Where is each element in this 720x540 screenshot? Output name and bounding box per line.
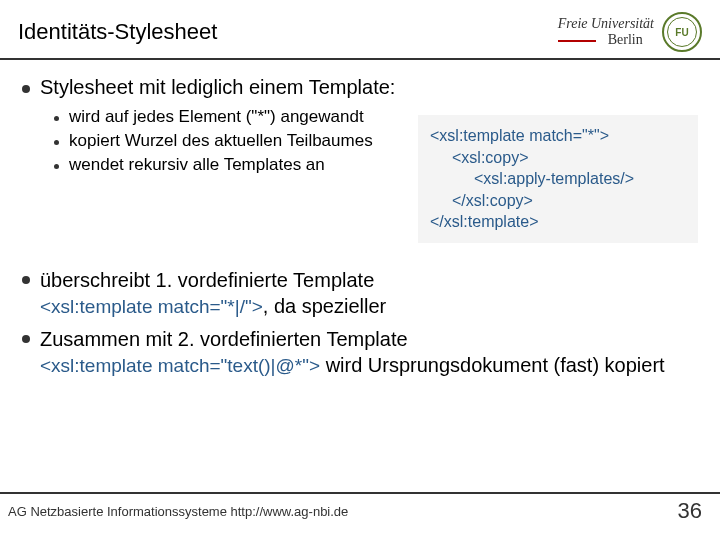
list-item: wendet rekursiv alle Templates an [54, 155, 404, 175]
university-city: Berlin [558, 32, 643, 47]
xsl-tag: <xsl:template match="text()|@*"> [40, 355, 320, 376]
bullet-intro: Stylesheet mit lediglich einem Template: [22, 76, 698, 99]
code-line: <xsl:template match="*"> [430, 127, 609, 144]
list-item: kopiert Wurzel des aktuellen Teilbaumes [54, 131, 404, 151]
sub-bullet-list: wird auf jedes Element ("*") angewandt k… [54, 107, 404, 243]
code-snippet: <xsl:template match="*"> <xsl:copy> <xsl… [418, 115, 698, 243]
bullet-dot-icon [54, 164, 59, 169]
bullet-combined: Zusammen mit 2. vordefinierten Template … [22, 326, 698, 379]
bullet-dot-icon [22, 276, 30, 284]
page-number: 36 [678, 498, 702, 524]
lower-bullets: überschreibt 1. vordefinierte Template <… [22, 267, 698, 378]
slide-body: Stylesheet mit lediglich einem Template:… [0, 60, 720, 392]
two-column-row: wird auf jedes Element ("*") angewandt k… [54, 107, 698, 243]
university-seal-icon: FU [662, 12, 702, 52]
bullet-dot-icon [22, 335, 30, 343]
bullet-dot-icon [54, 140, 59, 145]
code-line: <xsl:copy> [430, 147, 686, 169]
lower-line: Zusammen mit 2. vordefinierten Template [40, 328, 408, 350]
lower-line: überschreibt 1. vordefinierte Template [40, 269, 374, 291]
code-line: </xsl:copy> [430, 190, 686, 212]
intro-text: Stylesheet mit lediglich einem Template: [40, 76, 395, 99]
code-line: <xsl:apply-templates/> [430, 168, 686, 190]
slide-title: Identitäts-Stylesheet [18, 19, 217, 45]
list-item: wird auf jedes Element ("*") angewandt [54, 107, 404, 127]
xsl-tag: <xsl:template match="*|/"> [40, 296, 263, 317]
university-name: Freie Universität Berlin [558, 16, 654, 48]
lower-tail: , da spezieller [263, 295, 386, 317]
svg-rect-0 [558, 40, 596, 42]
slide-footer: AG Netzbasierte Informationssysteme http… [0, 492, 720, 524]
code-line: </xsl:template> [430, 213, 539, 230]
bullet-override: überschreibt 1. vordefinierte Template <… [22, 267, 698, 320]
bullet-dot-icon [22, 85, 30, 93]
university-logo: Freie Universität Berlin FU [558, 12, 702, 52]
lower-tail: wird Ursprungsdokument (fast) kopiert [320, 354, 665, 376]
footer-text: AG Netzbasierte Informationssysteme http… [8, 504, 348, 519]
bullet-dot-icon [54, 116, 59, 121]
slide-header: Identitäts-Stylesheet Freie Universität … [0, 0, 720, 60]
